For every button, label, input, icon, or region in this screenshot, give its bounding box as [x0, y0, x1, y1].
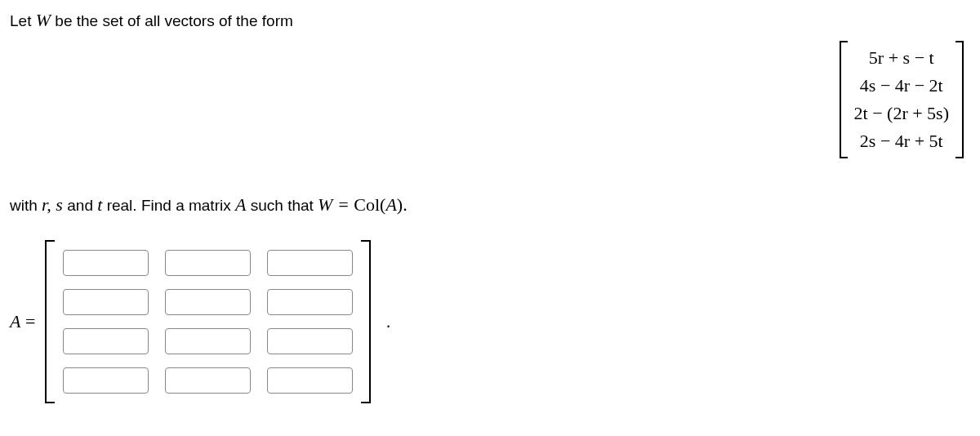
matrix-cell-3-2[interactable] — [165, 328, 251, 354]
matrix-cell-2-2[interactable] — [165, 289, 251, 315]
text-and: and — [67, 197, 97, 214]
text-col: Col( — [354, 194, 385, 215]
vector-row-2: 4s − 4r − 2t — [848, 72, 956, 100]
answer-A: A — [10, 311, 20, 331]
matrix-cell-1-3[interactable] — [267, 250, 353, 276]
answer-area: A = . — [10, 240, 970, 403]
matrix-cell-4-3[interactable] — [267, 367, 353, 394]
matrix-cell-3-3[interactable] — [267, 328, 353, 354]
var-W: W — [36, 10, 51, 30]
text-real: real. Find a matrix — [102, 197, 235, 214]
matrix-bracket-left — [45, 240, 55, 403]
bracket-left — [840, 41, 848, 158]
matrix-cell-2-1[interactable] — [63, 289, 149, 315]
text-rest1: be the set of all vectors of the form — [51, 12, 293, 29]
var-A2: A — [385, 194, 396, 215]
vector-expression: 5r + s − t 4s − 4r − 2t 2t − (2r + 5s) 2… — [840, 41, 964, 158]
matrix-cell-2-3[interactable] — [267, 289, 353, 315]
period: . — [385, 311, 390, 332]
var-W2: W = — [318, 194, 354, 215]
text-with: with — [10, 197, 42, 214]
matrix-cell-4-1[interactable] — [63, 367, 149, 394]
matrix-cell-3-1[interactable] — [63, 328, 149, 354]
matrix-cell-4-2[interactable] — [165, 367, 251, 394]
matrix-grid — [63, 240, 353, 403]
vector-row-3: 2t − (2r + 5s) — [848, 100, 956, 127]
text-close: ). — [397, 194, 408, 215]
matrix-bracket-right — [361, 240, 371, 403]
vars-rs: r, s — [42, 194, 67, 215]
text-let: Let — [10, 12, 36, 29]
matrix-input — [45, 240, 371, 403]
answer-equals: = — [20, 311, 35, 331]
problem-line-1: Let W be the set of all vectors of the f… — [10, 10, 970, 31]
bracket-right — [956, 41, 964, 158]
var-A: A — [235, 194, 246, 215]
vector-row-4: 2s − 4r + 5t — [848, 127, 956, 155]
text-such: such that — [246, 197, 318, 214]
vector-row-1: 5r + s − t — [848, 44, 956, 72]
matrix-cell-1-2[interactable] — [165, 250, 251, 276]
problem-line-2: with r, s and t real. Find a matrix A su… — [10, 194, 970, 216]
answer-label: A = — [10, 311, 35, 332]
matrix-cell-1-1[interactable] — [63, 250, 149, 276]
